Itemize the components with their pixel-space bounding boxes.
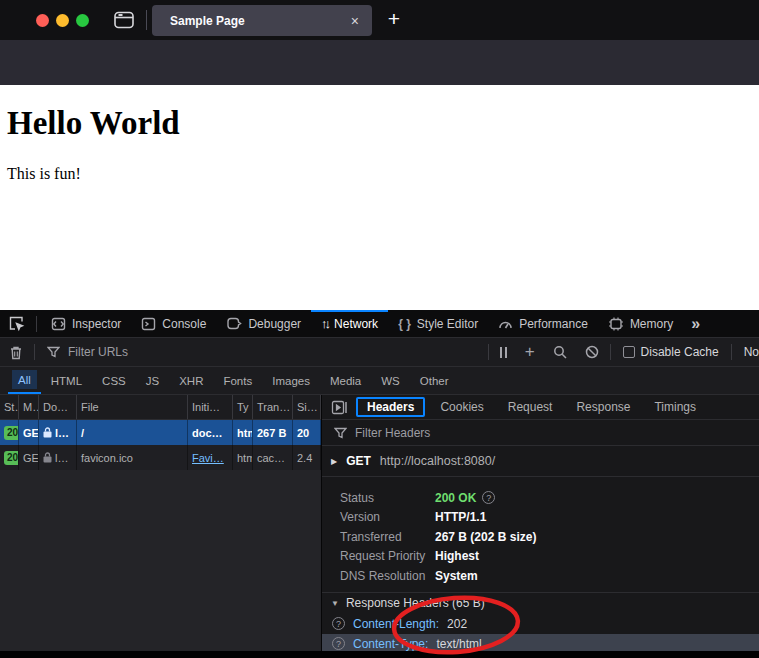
col-status[interactable]: St… bbox=[0, 395, 19, 419]
summary-row-dns: DNS Resolution System bbox=[340, 566, 759, 586]
header-row-content-length[interactable]: ? Content-Length: 202 bbox=[322, 614, 759, 634]
search-icon[interactable] bbox=[544, 345, 576, 359]
devtools-tab-network[interactable]: ↑↓ Network bbox=[311, 310, 388, 337]
header-name: Content-Length: bbox=[353, 617, 439, 631]
col-type[interactable]: Ty bbox=[233, 395, 253, 419]
filter-funnel-icon bbox=[334, 427, 347, 439]
initiator-link[interactable]: Favi… bbox=[192, 452, 224, 464]
devtools-tab-style-editor[interactable]: { } Style Editor bbox=[388, 310, 488, 337]
pause-traffic-icon[interactable] bbox=[491, 347, 516, 358]
col-file[interactable]: File bbox=[77, 395, 188, 419]
devtools-tab-debugger[interactable]: Debugger bbox=[216, 310, 311, 337]
domain-text: l… bbox=[55, 427, 69, 439]
collapse-triangle-icon[interactable]: ▼ bbox=[331, 599, 339, 608]
col-size[interactable]: Si… bbox=[293, 395, 321, 419]
col-transferred[interactable]: Tran… bbox=[253, 395, 293, 419]
lock-icon bbox=[43, 452, 52, 463]
devtools-tab-performance[interactable]: Performance bbox=[488, 310, 598, 337]
col-domain[interactable]: Do… bbox=[39, 395, 77, 419]
header-name: Content-Type: bbox=[353, 637, 428, 651]
lock-icon bbox=[43, 427, 52, 438]
firefox-view-icon[interactable] bbox=[113, 10, 135, 30]
cell-initiator: doc… bbox=[188, 420, 233, 445]
network-toolbar: + Disable Cache No bbox=[0, 338, 759, 367]
element-picker-icon[interactable] bbox=[0, 310, 32, 337]
disable-cache-checkbox[interactable] bbox=[623, 346, 635, 358]
tab-close-icon[interactable]: × bbox=[346, 13, 364, 29]
filter-js[interactable]: JS bbox=[136, 367, 169, 394]
cell-transferred: 267 B bbox=[253, 420, 293, 445]
browser-window: Sample Page × + ← → localhos bbox=[0, 0, 759, 658]
cell-domain: l… bbox=[39, 420, 77, 445]
request-summary-line[interactable]: ▶ GET http://localhost:8080/ bbox=[322, 446, 759, 477]
filter-headers-input[interactable] bbox=[355, 426, 555, 440]
performance-analysis-icon[interactable] bbox=[331, 400, 348, 415]
details-tab-response[interactable]: Response bbox=[567, 398, 639, 416]
throttling-dropdown[interactable]: No bbox=[744, 345, 759, 359]
filter-all[interactable]: All bbox=[8, 367, 41, 394]
macos-zoom-button[interactable] bbox=[76, 14, 89, 27]
page-content: Hello World This is fun! bbox=[0, 85, 759, 310]
cell-method: GE bbox=[19, 420, 39, 445]
filter-images[interactable]: Images bbox=[262, 367, 320, 394]
response-headers-section-title[interactable]: ▼ Response Headers (65 B) bbox=[322, 593, 759, 614]
filter-ws[interactable]: WS bbox=[371, 367, 410, 394]
summary-row-status: Status 200 OK ? bbox=[340, 488, 759, 508]
network-icon: ↑↓ bbox=[321, 316, 328, 331]
filter-urls-input[interactable] bbox=[68, 345, 228, 359]
header-value: text/html bbox=[436, 637, 481, 651]
tabstrip-divider bbox=[146, 10, 147, 30]
summary-row-priority: Request Priority Highest bbox=[340, 547, 759, 567]
devtools-tab-memory[interactable]: Memory bbox=[598, 310, 683, 337]
more-tabs-chevron-icon[interactable]: » bbox=[683, 310, 708, 337]
tab-label: Network bbox=[334, 317, 378, 331]
block-requests-icon[interactable] bbox=[576, 345, 608, 359]
request-type-filters: All HTML CSS JS XHR Fonts Images Media W… bbox=[0, 367, 759, 395]
new-tab-button[interactable]: + bbox=[381, 6, 407, 32]
titlebar: Sample Page × + bbox=[0, 0, 759, 40]
details-tab-cookies[interactable]: Cookies bbox=[431, 398, 492, 416]
tab-label: Memory bbox=[630, 317, 673, 331]
status-value: 200 OK bbox=[435, 491, 476, 505]
expand-triangle-icon[interactable]: ▶ bbox=[331, 457, 337, 466]
macos-close-button[interactable] bbox=[36, 14, 49, 27]
filter-css[interactable]: CSS bbox=[92, 367, 136, 394]
cell-domain: l… bbox=[39, 445, 77, 470]
macos-minimize-button[interactable] bbox=[56, 14, 69, 27]
tab-title: Sample Page bbox=[170, 14, 346, 28]
domain-text: l… bbox=[55, 452, 68, 464]
header-help-icon[interactable]: ? bbox=[332, 637, 345, 650]
browser-tab-sample-page[interactable]: Sample Page × bbox=[152, 5, 372, 36]
header-help-icon[interactable]: ? bbox=[332, 617, 345, 630]
disable-cache-label[interactable]: Disable Cache bbox=[641, 345, 719, 359]
table-row[interactable]: 200 GE l… favicon.ico Favi… htm cac… 2.4 bbox=[0, 445, 321, 470]
cell-method: GE bbox=[19, 445, 39, 470]
toolbar-divider bbox=[34, 344, 35, 360]
col-method[interactable]: M… bbox=[19, 395, 39, 419]
clear-requests-trash-icon[interactable] bbox=[0, 345, 32, 360]
devtools-tab-console[interactable]: Console bbox=[131, 310, 216, 337]
devtools-tab-inspector[interactable]: Inspector bbox=[41, 310, 131, 337]
status-help-icon[interactable]: ? bbox=[482, 491, 495, 504]
tab-label: Inspector bbox=[72, 317, 121, 331]
filter-fonts[interactable]: Fonts bbox=[213, 367, 262, 394]
page-heading: Hello World bbox=[7, 105, 759, 142]
summary-value: System bbox=[435, 569, 478, 583]
summary-label: Version bbox=[340, 510, 435, 524]
cell-transferred: cac… bbox=[253, 445, 293, 470]
details-tab-request[interactable]: Request bbox=[499, 398, 562, 416]
table-row[interactable]: 200 GE l… / doc… htm 267 B 20 bbox=[0, 420, 321, 445]
filter-media[interactable]: Media bbox=[320, 367, 371, 394]
details-tab-headers[interactable]: Headers bbox=[356, 397, 425, 417]
console-icon bbox=[141, 317, 156, 331]
inspector-icon bbox=[51, 317, 66, 331]
col-initiator[interactable]: Initi… bbox=[188, 395, 233, 419]
filter-other[interactable]: Other bbox=[410, 367, 459, 394]
toolbar-right-group: + Disable Cache No bbox=[486, 342, 759, 362]
filter-html[interactable]: HTML bbox=[41, 367, 92, 394]
new-request-plus-icon[interactable]: + bbox=[516, 342, 544, 362]
filter-xhr[interactable]: XHR bbox=[169, 367, 213, 394]
details-tab-timings[interactable]: Timings bbox=[645, 398, 705, 416]
toolbar-divider bbox=[488, 344, 489, 360]
filter-funnel-icon bbox=[47, 346, 60, 358]
